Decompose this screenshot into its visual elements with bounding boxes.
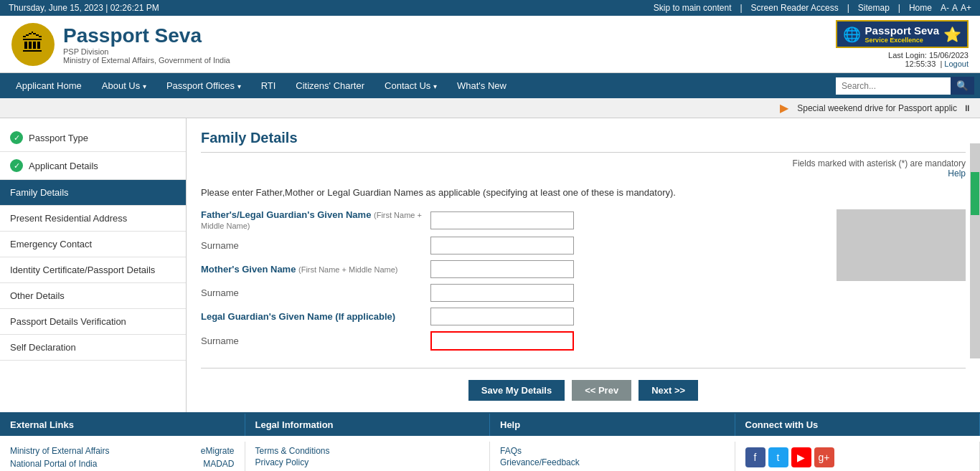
facebook-icon[interactable]: f xyxy=(745,447,765,467)
link-madad[interactable]: MADAD xyxy=(203,459,234,469)
scroll-thumb[interactable] xyxy=(971,172,979,215)
logo-emblem: 🏛 xyxy=(11,23,55,66)
ticker-arrow-icon: ▶ xyxy=(780,101,788,115)
font-normal-btn[interactable]: A xyxy=(952,3,958,13)
mandatory-note: Fields marked with asterisk (*) are mand… xyxy=(201,158,966,168)
footer-col-external-links-header: External Links xyxy=(0,414,245,436)
guardian-given-name-input[interactable] xyxy=(430,308,574,325)
sidebar-label-applicant-details: Applicant Details xyxy=(29,161,98,171)
guardian-surname-row: Surname xyxy=(201,331,822,351)
twitter-icon[interactable]: t xyxy=(768,447,788,467)
contact-dropdown-icon: ▾ xyxy=(433,82,437,90)
mother-given-name-label: Mother's Given Name (First Name + Middle… xyxy=(201,264,430,275)
top-bar: Thursday, June 15, 2023 | 02:26:21 PM Sk… xyxy=(0,0,980,16)
link-npi[interactable]: National Portal of India xyxy=(10,459,97,469)
sidebar-item-self-declaration[interactable]: Self Declaration xyxy=(0,335,186,361)
nav-rti[interactable]: RTI xyxy=(251,73,286,98)
footer-body: Ministry of External Affairs eMigrate Na… xyxy=(0,436,980,471)
help-link[interactable]: Help xyxy=(201,168,966,179)
nav-whats-new[interactable]: What's New xyxy=(447,73,517,98)
ticker-pause-icon[interactable]: ⏸ xyxy=(963,103,971,113)
font-large-btn[interactable]: A+ xyxy=(961,3,971,13)
search-button[interactable]: 🔍 xyxy=(951,77,974,95)
datetime: Thursday, June 15, 2023 | 02:26:21 PM xyxy=(9,3,159,13)
nav-applicant-home[interactable]: Applicant Home xyxy=(6,73,92,98)
last-login-time: 12:55:33 xyxy=(905,60,936,68)
scrollbar[interactable] xyxy=(970,143,980,358)
footer-col-help-header: Help xyxy=(490,414,735,436)
screen-reader-link[interactable]: Screen Reader Access xyxy=(751,3,839,13)
logout-link[interactable]: Logout xyxy=(944,60,969,68)
nav-contact-us[interactable]: Contact Us ▾ xyxy=(374,73,447,98)
photo-placeholder xyxy=(837,209,966,281)
youtube-icon[interactable]: ▶ xyxy=(791,447,811,467)
form-divider xyxy=(201,368,966,368)
father-surname-input[interactable] xyxy=(430,237,574,254)
sidebar-item-applicant-details[interactable]: ✓ Applicant Details xyxy=(0,152,186,180)
footer-external-links: Ministry of External Affairs eMigrate Na… xyxy=(0,442,245,471)
sitemap-link[interactable]: Sitemap xyxy=(858,3,890,13)
link-emigrate[interactable]: eMigrate xyxy=(201,446,235,456)
googleplus-icon[interactable]: g+ xyxy=(814,447,834,467)
sidebar-label-identity-certificate: Identity Certificate/Passport Details xyxy=(10,265,155,275)
footer-col-legal-header: Legal Information xyxy=(245,414,491,436)
father-surname-row: Surname xyxy=(201,237,822,254)
header-title: Passport Seva PSP Division Ministry of E… xyxy=(63,24,230,65)
font-size-controls: A- A A+ xyxy=(941,3,971,13)
button-row: Save My Details << Prev Next >> xyxy=(201,380,966,401)
sidebar-item-passport-verification[interactable]: Passport Details Verification xyxy=(0,309,186,335)
link-grievance[interactable]: Grievance/Feedback xyxy=(500,457,725,467)
link-privacy[interactable]: Privacy Policy xyxy=(255,457,480,467)
skip-link[interactable]: Skip to main content xyxy=(654,3,732,13)
ticker-bar: ▶ Special weekend drive for Passport app… xyxy=(0,98,980,118)
save-button[interactable]: Save My Details xyxy=(468,380,565,401)
font-small-btn[interactable]: A- xyxy=(941,3,949,13)
instruction-text: Please enter Father,Mother or Legal Guar… xyxy=(201,187,966,198)
guardian-surname-input[interactable] xyxy=(430,331,574,351)
footer-connect: f t ▶ g+ xyxy=(735,442,981,471)
prev-button[interactable]: << Prev xyxy=(572,380,631,401)
sidebar: ✓ Passport Type ✓ Applicant Details Fami… xyxy=(0,118,187,412)
nav-about-us[interactable]: About Us ▾ xyxy=(92,73,156,98)
org-subtitle1: PSP Division xyxy=(63,47,230,56)
form-area: Family Details Fields marked with asteri… xyxy=(187,118,980,412)
sidebar-item-emergency-contact[interactable]: Emergency Contact xyxy=(0,232,186,257)
sidebar-item-identity-certificate[interactable]: Identity Certificate/Passport Details xyxy=(0,257,186,283)
mother-surname-row: Surname xyxy=(201,284,822,302)
sidebar-label-emergency-contact: Emergency Contact xyxy=(10,239,92,249)
mother-surname-label: Surname xyxy=(201,287,430,298)
mother-surname-input-wrap xyxy=(430,284,822,302)
guardian-surname-input-wrap xyxy=(430,331,822,351)
passport-offices-dropdown-icon: ▾ xyxy=(237,82,241,90)
form-fields-col: Father's/Legal Guardian's Given Name (Fi… xyxy=(201,209,822,356)
sidebar-label-self-declaration: Self Declaration xyxy=(10,342,76,353)
passport-seva-badge: 🌐 Passport Seva Service Excellence ⭐ xyxy=(836,20,969,48)
father-surname-label: Surname xyxy=(201,240,430,251)
app-title: Passport Seva xyxy=(63,24,230,47)
home-link[interactable]: Home xyxy=(909,3,932,13)
link-terms[interactable]: Terms & Conditions xyxy=(255,446,480,456)
sidebar-label-family-details: Family Details xyxy=(10,187,69,198)
last-login-label: Last Login: xyxy=(888,51,927,60)
mother-surname-input[interactable] xyxy=(430,284,574,302)
check-icon-applicant-details: ✓ xyxy=(10,159,23,172)
guardian-given-name-row: Legal Guardian's Given Name (If applicab… xyxy=(201,308,822,325)
sidebar-item-family-details[interactable]: Family Details xyxy=(0,180,186,206)
about-dropdown-icon: ▾ xyxy=(143,82,146,90)
father-given-name-input[interactable] xyxy=(430,211,574,229)
link-mea[interactable]: Ministry of External Affairs xyxy=(10,446,110,456)
header: 🏛 Passport Seva PSP Division Ministry of… xyxy=(0,16,980,73)
form-group-with-photo: Father's/Legal Guardian's Given Name (Fi… xyxy=(201,209,966,356)
main-content: ✓ Passport Type ✓ Applicant Details Fami… xyxy=(0,118,980,412)
next-button[interactable]: Next >> xyxy=(639,380,698,401)
sidebar-item-other-details[interactable]: Other Details xyxy=(0,283,186,309)
header-right: 🌐 Passport Seva Service Excellence ⭐ Las… xyxy=(836,20,969,68)
ticker-text: Special weekend drive for Passport appli… xyxy=(797,103,957,113)
sidebar-item-passport-type[interactable]: ✓ Passport Type xyxy=(0,124,186,152)
link-faqs[interactable]: FAQs xyxy=(500,446,725,456)
sidebar-item-residential-address[interactable]: Present Residential Address xyxy=(0,206,186,232)
mother-given-name-input[interactable] xyxy=(430,260,574,278)
nav-passport-offices[interactable]: Passport Offices ▾ xyxy=(156,73,251,98)
nav-citizens-charter[interactable]: Citizens' Charter xyxy=(286,73,374,98)
search-input[interactable] xyxy=(836,77,951,95)
